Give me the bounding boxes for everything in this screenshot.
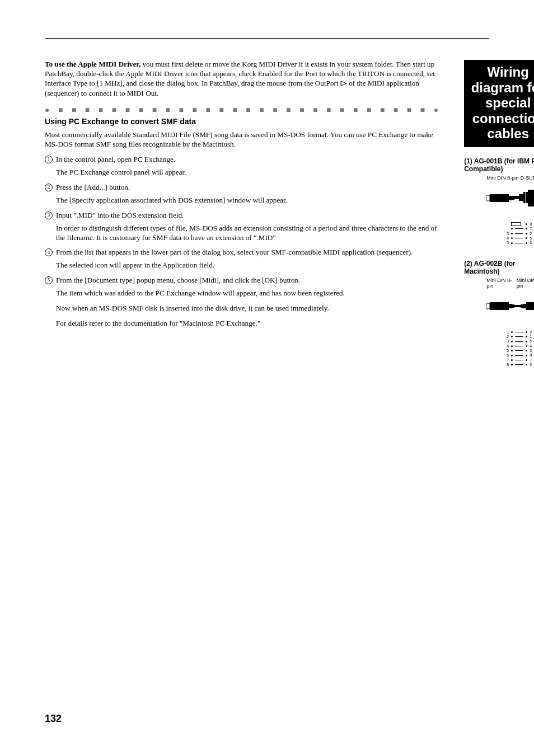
step: 1In the control panel, open PC Exchange.: [45, 155, 442, 165]
pin-row: 12: [503, 330, 534, 334]
pin-left-number: 3: [503, 339, 509, 343]
svg-rect-19: [523, 304, 526, 308]
step-text: Press the [Add...] button.: [56, 183, 442, 192]
pin-dot-icon: [526, 228, 527, 229]
pin-map: 1221354453687786: [464, 330, 534, 367]
pin-dot-icon: [511, 345, 513, 347]
pin-wire-line: [515, 355, 523, 356]
svg-rect-20: [526, 302, 534, 310]
connector-labels: Mini DIN 8-pinD-SUB 9-pin: [464, 175, 534, 182]
right-connector-label: D-SUB 9-pin: [521, 175, 534, 181]
pin-row: 53: [503, 241, 534, 245]
pin-dot-icon: [511, 336, 513, 337]
pin-dot-icon: [526, 355, 527, 356]
pin-right-number: 4: [530, 344, 534, 348]
pin-row: 7: [503, 227, 534, 231]
pin-dot-icon: [526, 359, 527, 361]
pin-left-number: 2: [503, 335, 509, 339]
right-title-band: Wiring diagram for special connection ca…: [464, 60, 534, 147]
diagram-caption: (2) AG-002B (for Macintosh): [464, 260, 534, 275]
pin-right-number: 3: [530, 241, 534, 245]
svg-rect-2: [490, 194, 509, 202]
step-number: 2: [45, 184, 53, 191]
left-connector-label: Mini DIN 8-pin: [486, 278, 517, 289]
pin-right-number: 8: [530, 222, 534, 226]
pin-dot-icon: [511, 237, 513, 239]
svg-rect-17: [509, 305, 521, 307]
left-connector-label: Mini DIN 8-pin: [486, 175, 518, 181]
svg-rect-12: [486, 303, 490, 309]
right-connector-label: Mini DIN 8-pin: [517, 278, 534, 289]
svg-marker-0: [341, 81, 346, 86]
pin-dot-icon: [526, 350, 527, 351]
pin-wire-line: [515, 364, 523, 365]
steps-list: 1In the control panel, open PC Exchange.…: [45, 155, 442, 328]
step-number: 1: [45, 156, 53, 163]
right-column: Wiring diagram for special connection ca…: [464, 60, 534, 381]
top-rule: [45, 38, 489, 39]
pin-wire-line: [515, 350, 523, 351]
pin-row: 53: [503, 349, 534, 353]
pin-right-number: 5: [530, 339, 534, 343]
dsub-connector-icon: [509, 189, 534, 208]
pin-right-number: 5: [530, 236, 534, 240]
step-followup: Now when an MS-DOS SMF disk is inserted …: [56, 304, 442, 313]
pin-dot-icon: [526, 345, 527, 347]
pin-left-number: 5: [503, 241, 509, 245]
pin-dot-icon: [511, 331, 513, 333]
step-number: 3: [45, 212, 53, 219]
pin-dot-icon: [511, 359, 513, 361]
svg-rect-6: [509, 196, 519, 199]
pin-row: 21: [503, 335, 534, 339]
pin-row: 35: [503, 339, 534, 343]
pin-right-number: 6: [530, 363, 534, 367]
pin-left-number: 1: [503, 330, 509, 334]
pin-dot-icon: [526, 336, 527, 337]
diagrams-container: (1) AG-001B (for IBM PC or Compatible)Mi…: [464, 157, 534, 367]
pin-dot-icon: [511, 341, 513, 342]
pin-row: 86: [503, 363, 534, 367]
pin-left-number: 4: [503, 344, 509, 348]
svg-marker-9: [528, 190, 534, 206]
pin-right-number: 7: [530, 358, 534, 362]
pin-map: 87324553: [464, 222, 534, 245]
pin-row: 8: [503, 222, 534, 226]
pin-dot-icon: [511, 355, 513, 356]
pin-dot-icon: [526, 242, 527, 244]
step-number: 4: [45, 248, 53, 256]
step: 4From the list that appears in the lower…: [45, 248, 442, 257]
pin-right-number: 3: [530, 349, 534, 353]
step: 5From the [Document type] popup menu, ch…: [45, 276, 442, 285]
pin-row: 32: [503, 232, 534, 236]
pin-left-number: 5: [503, 349, 509, 353]
pin-dot-icon: [526, 364, 527, 365]
diagram-caption: (1) AG-001B (for IBM PC or Compatible): [464, 157, 534, 173]
step-followup: The PC Exchange control panel will appea…: [56, 168, 442, 177]
pin-row: 45: [503, 236, 534, 240]
wiring-diagram: (2) AG-002B (for Macintosh)Mini DIN 8-pi…: [464, 260, 534, 367]
step: 2Press the [Add...] button.: [45, 183, 442, 192]
step-text: In the control panel, open PC Exchange.: [56, 155, 442, 165]
pin-dot-icon: [526, 233, 527, 234]
step-followup: For details refer to the documentation f…: [56, 319, 442, 328]
pin-right-number: 8: [530, 353, 534, 357]
step-followup: The item which was added to the PC Excha…: [56, 289, 442, 298]
pin-dot-icon: [511, 228, 513, 229]
pin-left-number: 6: [503, 353, 509, 357]
svg-rect-7: [519, 194, 523, 201]
pin-row: 68: [503, 353, 534, 357]
pin-dot-icon: [511, 242, 513, 244]
pin-wire-line: [515, 332, 523, 332]
svg-rect-18: [521, 304, 523, 308]
page-number: 132: [45, 713, 62, 725]
step-text: From the [Document type] popup menu, cho…: [56, 276, 442, 285]
pin-dot-icon: [526, 223, 527, 225]
pin-left-number: 3: [503, 232, 509, 236]
mini-din-connector-icon: [509, 301, 534, 311]
pin-wire-line: [515, 346, 523, 346]
diagram-graphic: [464, 291, 534, 327]
pin-wire-line: [515, 238, 523, 238]
pin-dot-icon: [526, 237, 527, 239]
pin-box-icon: [511, 222, 521, 226]
step-number: 5: [45, 276, 53, 284]
